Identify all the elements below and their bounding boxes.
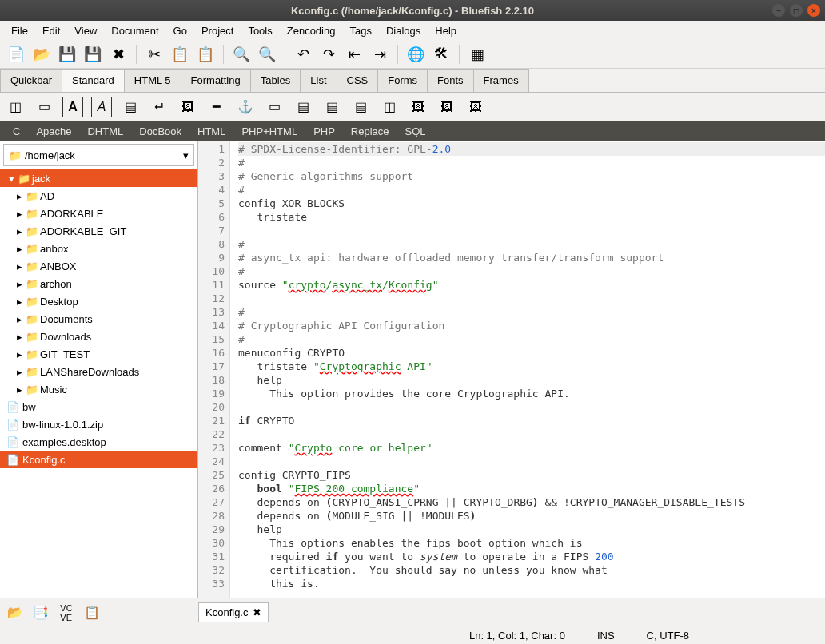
email-icon[interactable]: ◫	[379, 97, 400, 117]
cut-icon[interactable]: ✂	[143, 43, 165, 66]
minimize-icon[interactable]: –	[772, 4, 785, 17]
lang-php[interactable]: PHP	[305, 123, 343, 140]
menu-document[interactable]: Document	[105, 22, 165, 39]
menu-zencoding[interactable]: Zencoding	[281, 22, 342, 39]
open-file-icon[interactable]: 📂	[30, 43, 53, 66]
paste-icon[interactable]: 📋	[194, 43, 217, 66]
path-combo[interactable]: 📁/home/jack ▾	[3, 144, 194, 166]
folder-item[interactable]: ▸📁Documents	[0, 310, 197, 328]
folder-item[interactable]: ▸📁AD	[0, 187, 197, 205]
maximize-icon[interactable]: ◻	[790, 4, 803, 17]
multithumbnail-icon[interactable]: 🖼	[465, 97, 486, 117]
body-icon[interactable]: ▭	[34, 97, 54, 117]
undo-icon[interactable]: ↶	[292, 43, 314, 66]
lang-docbook[interactable]: DocBook	[131, 123, 189, 140]
folder-item[interactable]: ▸📁archon	[0, 275, 197, 292]
thumbnail-icon[interactable]: 🖼	[408, 97, 428, 117]
tab-forms[interactable]: Forms	[377, 69, 428, 92]
lang-dhtml[interactable]: DHTML	[79, 123, 131, 140]
bookmark-icon[interactable]: 📑	[30, 602, 51, 623]
expand-icon[interactable]: ▸	[14, 313, 24, 325]
tab-fonts[interactable]: Fonts	[427, 69, 474, 92]
lang-sql[interactable]: SQL	[397, 123, 434, 140]
copy-icon[interactable]: 📋	[169, 43, 191, 66]
tools-icon[interactable]: 🛠	[430, 43, 452, 66]
menu-project[interactable]: Project	[195, 22, 240, 39]
lang-c[interactable]: C	[5, 123, 28, 140]
comment-icon[interactable]: ▤	[293, 97, 313, 117]
folder-item[interactable]: ▸📁GIT_TEST	[0, 345, 197, 363]
thumbnail2-icon[interactable]: 🖼	[436, 97, 457, 117]
charmap-icon[interactable]: VCVE	[56, 602, 77, 623]
tab-html-5[interactable]: HTML 5	[124, 69, 181, 92]
anchor-icon[interactable]: ⚓	[235, 97, 256, 117]
save-as-icon[interactable]: 💾	[82, 43, 104, 66]
expand-icon[interactable]: ▸	[14, 331, 24, 343]
replace-icon[interactable]: 🔍	[256, 43, 278, 66]
tab-css[interactable]: CSS	[337, 69, 379, 92]
image-icon[interactable]: 🖼	[177, 97, 198, 117]
tab-frames[interactable]: Frames	[473, 69, 529, 92]
center-icon[interactable]: ▤	[321, 97, 342, 117]
open-icon[interactable]: 📂	[5, 602, 26, 623]
indent-icon[interactable]: ⇥	[369, 43, 391, 66]
file-item[interactable]: 📄bw	[0, 398, 197, 415]
menu-view[interactable]: View	[68, 22, 103, 39]
paragraph-icon[interactable]: ▤	[120, 97, 141, 117]
menu-file[interactable]: File	[5, 22, 34, 39]
unindent-icon[interactable]: ⇤	[343, 43, 365, 66]
menu-edit[interactable]: Edit	[36, 22, 66, 39]
close-tab-icon[interactable]: ✖	[253, 606, 261, 618]
menu-dialogs[interactable]: Dialogs	[380, 22, 427, 39]
tab-list[interactable]: List	[300, 69, 337, 92]
menu-go[interactable]: Go	[167, 22, 193, 39]
folder-item[interactable]: ▸📁ADORKABLE	[0, 205, 197, 222]
folder-item[interactable]: ▸📁Desktop	[0, 292, 197, 310]
fullscreen-icon[interactable]: ▦	[466, 43, 488, 66]
save-icon[interactable]: 💾	[56, 43, 78, 66]
expand-icon[interactable]: ▸	[14, 225, 24, 237]
italic-icon[interactable]: A	[91, 97, 112, 117]
expand-icon[interactable]: ▸	[14, 348, 24, 360]
lang-apache[interactable]: Apache	[28, 123, 79, 140]
redo-icon[interactable]: ↷	[317, 43, 340, 66]
collapse-icon[interactable]: ▾	[6, 173, 16, 185]
break-icon[interactable]: ↵	[149, 97, 169, 117]
folder-item[interactable]: ▸📁Music	[0, 380, 197, 398]
expand-icon[interactable]: ▸	[14, 260, 24, 272]
expand-icon[interactable]: ▸	[14, 384, 24, 396]
file-item[interactable]: 📄Kconfig.c	[0, 451, 197, 468]
tab-quickbar[interactable]: Quickbar	[0, 69, 62, 92]
expand-icon[interactable]: ▸	[14, 278, 24, 290]
expand-icon[interactable]: ▸	[14, 208, 24, 220]
link-icon[interactable]: ▭	[264, 97, 285, 117]
hr-icon[interactable]: ━	[206, 97, 227, 117]
menu-tools[interactable]: Tools	[241, 22, 278, 39]
right-icon[interactable]: ▤	[350, 97, 371, 117]
folder-item[interactable]: ▸📁Downloads	[0, 328, 197, 345]
expand-icon[interactable]: ▸	[14, 243, 24, 255]
lang-phpplushtml[interactable]: PHP+HTML	[233, 123, 305, 140]
snippets-icon[interactable]: 📋	[82, 602, 102, 623]
tree-root[interactable]: ▾ 📁 jack	[0, 169, 197, 187]
file-tab[interactable]: Kconfig.c ✖	[198, 602, 269, 622]
file-tree[interactable]: ▾ 📁 jack ▸📁AD▸📁ADORKABLE▸📁ADORKABLE_GIT▸…	[0, 169, 197, 598]
lang-html[interactable]: HTML	[189, 123, 233, 140]
bold-icon[interactable]: A	[62, 97, 83, 117]
file-item[interactable]: 📄bw-linux-1.0.1.zip	[0, 415, 197, 433]
expand-icon[interactable]: ▸	[14, 190, 24, 202]
browser-icon[interactable]: 🌐	[405, 43, 427, 66]
folder-item[interactable]: ▸📁ANBOX	[0, 257, 197, 275]
search-icon[interactable]: 🔍	[230, 43, 253, 66]
tab-formatting[interactable]: Formatting	[181, 69, 251, 92]
menu-tags[interactable]: Tags	[343, 22, 377, 39]
quickstart-icon[interactable]: ◫	[5, 97, 26, 117]
tab-standard[interactable]: Standard	[62, 69, 125, 92]
tab-tables[interactable]: Tables	[250, 69, 301, 92]
folder-item[interactable]: ▸📁anbox	[0, 240, 197, 257]
close-icon[interactable]: ×	[807, 4, 820, 17]
code-editor[interactable]: # SPDX-License-Identifier: GPL-2.0 # # G…	[230, 141, 825, 598]
menu-help[interactable]: Help	[428, 22, 463, 39]
folder-item[interactable]: ▸📁ADORKABLE_GIT	[0, 222, 197, 240]
lang-replace[interactable]: Replace	[343, 123, 397, 140]
